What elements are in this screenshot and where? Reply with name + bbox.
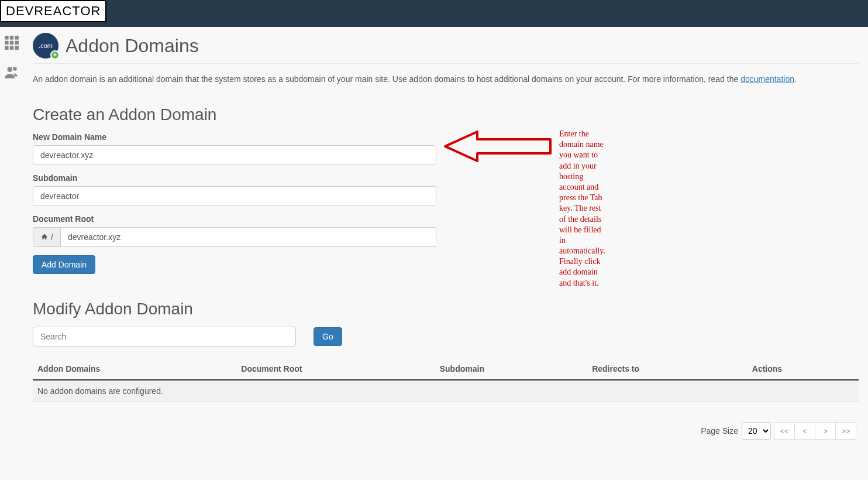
page-size-label: Page Size bbox=[701, 426, 738, 436]
page-size-select[interactable]: 20 bbox=[742, 422, 771, 440]
docroot-label: Document Root bbox=[33, 214, 436, 224]
svg-rect-7 bbox=[9, 46, 13, 50]
svg-rect-2 bbox=[15, 36, 19, 40]
subdomain-label: Subdomain bbox=[33, 173, 436, 183]
col-document-root: Document Root bbox=[236, 358, 435, 380]
svg-rect-0 bbox=[5, 36, 9, 40]
create-heading: Create an Addon Domain bbox=[33, 105, 859, 124]
svg-rect-5 bbox=[15, 41, 19, 45]
documentation-link[interactable]: documentation bbox=[740, 74, 794, 84]
svg-rect-4 bbox=[9, 41, 13, 45]
new-domain-label: New Domain Name bbox=[33, 132, 436, 142]
col-subdomain: Subdomain bbox=[435, 358, 587, 380]
left-sidebar bbox=[0, 27, 23, 451]
divider bbox=[33, 63, 859, 64]
empty-message: No addon domains are configured. bbox=[33, 380, 859, 402]
addon-domain-icon: .com + bbox=[33, 33, 58, 59]
svg-point-10 bbox=[13, 67, 16, 71]
top-navbar: DEVREACTOR bbox=[0, 0, 868, 27]
modify-heading: Modify Addon Domain bbox=[33, 300, 859, 318]
docroot-input[interactable] bbox=[60, 227, 436, 247]
pager-first-button[interactable]: << bbox=[774, 422, 795, 440]
search-input[interactable] bbox=[33, 327, 296, 347]
col-actions: Actions bbox=[748, 358, 859, 380]
svg-rect-1 bbox=[9, 36, 13, 40]
svg-rect-6 bbox=[5, 46, 9, 50]
new-domain-input[interactable] bbox=[33, 145, 436, 165]
svg-rect-8 bbox=[15, 46, 19, 50]
page-title: Addon Domains bbox=[66, 35, 199, 57]
brand-logo: DEVREACTOR bbox=[0, 0, 106, 22]
svg-rect-3 bbox=[5, 41, 9, 45]
intro-text: An addon domain is an additional domain … bbox=[33, 73, 859, 85]
table-row: No addon domains are configured. bbox=[33, 380, 859, 402]
pager-prev-button[interactable]: < bbox=[794, 422, 815, 440]
pager-last-button[interactable]: >> bbox=[835, 422, 856, 440]
annotation-overlay: Enter the domain name you want to add in… bbox=[442, 129, 605, 289]
users-icon[interactable] bbox=[4, 64, 19, 82]
pager-next-button[interactable]: > bbox=[815, 422, 836, 440]
apps-grid-icon[interactable] bbox=[4, 35, 19, 53]
col-redirects-to: Redirects to bbox=[587, 358, 748, 380]
docroot-prefix: / bbox=[33, 227, 60, 247]
arrow-left-icon bbox=[442, 129, 553, 164]
col-addon-domains: Addon Domains bbox=[33, 358, 236, 380]
add-domain-button[interactable]: Add Domain bbox=[33, 255, 95, 274]
home-icon bbox=[40, 233, 49, 241]
subdomain-input[interactable] bbox=[33, 186, 436, 206]
plus-badge-icon: + bbox=[50, 50, 60, 60]
pagination: Page Size 20 << < > >> bbox=[33, 422, 859, 440]
addon-domain-table: Addon Domains Document Root Subdomain Re… bbox=[33, 358, 859, 402]
svg-point-9 bbox=[7, 67, 12, 72]
annotation-text: Enter the domain name you want to add in… bbox=[559, 129, 605, 289]
go-button[interactable]: Go bbox=[314, 327, 342, 346]
